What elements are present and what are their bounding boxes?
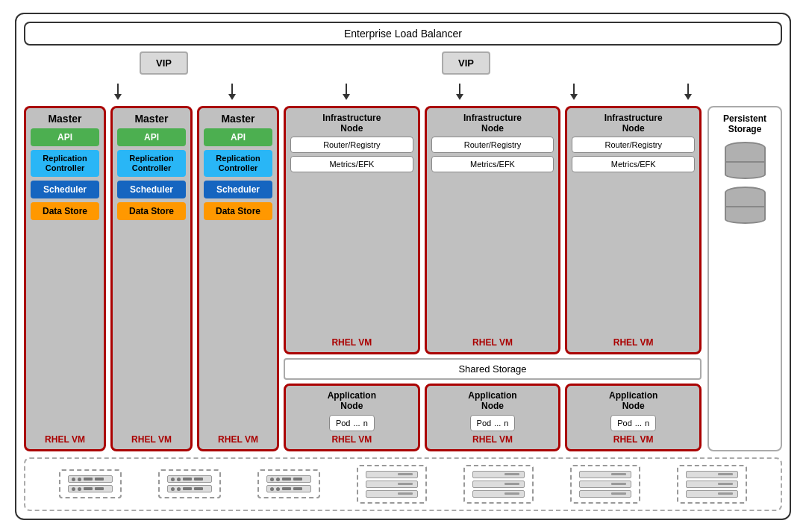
arrow-2	[228, 84, 236, 100]
app1-pod-row: Pod ... n	[329, 415, 375, 431]
master2-rhel: RHEL VM	[131, 434, 172, 445]
master3-title: Master	[221, 113, 254, 125]
app2-n: n	[504, 419, 508, 428]
app-node-2: ApplicationNode Pod ... n RHEL VM	[425, 384, 561, 451]
app-node-3: ApplicationNode Pod ... n RHEL VM	[565, 384, 702, 451]
infra-node-1: InfrastructureNode Router/Registry Metri…	[284, 106, 420, 354]
vip2-box: VIP	[442, 51, 490, 75]
master1-rc: ReplicationController	[31, 150, 99, 177]
persistent-storage: PersistentStorage	[707, 106, 782, 451]
arrow-3	[343, 84, 350, 100]
app2-ellipsis: ...	[494, 419, 501, 428]
master1-datastore: Data Store	[31, 202, 99, 220]
infra1-title: InfrastructureNode	[322, 113, 381, 134]
master3-api: API	[204, 128, 272, 146]
bottom-server-row	[24, 457, 782, 511]
infra2-title: InfrastructureNode	[463, 113, 522, 134]
arrow-5	[570, 84, 578, 100]
infra3-comp2: Metrics/EFK	[572, 156, 695, 172]
top-row: Master API ReplicationController Schedul…	[24, 106, 702, 451]
app-nodes-row: ApplicationNode Pod ... n RHEL VM Applic…	[284, 384, 702, 451]
master-node-2: Master API ReplicationController Schedul…	[110, 106, 193, 451]
infra-node-3: InfrastructureNode Router/Registry Metri…	[565, 106, 702, 354]
master-node-3: Master API ReplicationController Schedul…	[197, 106, 279, 451]
app1-ellipsis: ...	[353, 419, 360, 428]
master1-api: API	[31, 128, 99, 146]
infra-node-2: InfrastructureNode Router/Registry Metri…	[425, 106, 561, 354]
app3-n: n	[645, 419, 649, 428]
infra3-rhel: RHEL VM	[613, 337, 654, 348]
app3-pod-row: Pod ... n	[610, 415, 656, 431]
master1-title: Master	[48, 113, 81, 125]
server-flat-3	[570, 465, 640, 504]
master2-scheduler: Scheduler	[117, 181, 186, 198]
infra-group: InfrastructureNode Router/Registry Metri…	[284, 106, 702, 451]
db-icon-1	[725, 142, 766, 179]
infra2-comp1: Router/Registry	[431, 137, 554, 153]
master3-datastore: Data Store	[204, 202, 272, 220]
elb-label: Enterprise Load Balancer	[344, 28, 462, 40]
app2-title: ApplicationNode	[468, 390, 516, 412]
master2-rc: ReplicationController	[117, 150, 186, 177]
master2-datastore: Data Store	[117, 202, 186, 220]
app3-pod: Pod	[617, 419, 632, 428]
shared-storage-label: Shared Storage	[458, 363, 526, 375]
app1-pod: Pod	[336, 419, 351, 428]
db-body-1	[725, 151, 766, 172]
server-flat-4	[677, 465, 747, 504]
master3-rc: ReplicationController	[204, 150, 272, 177]
infra-nodes-row: InfrastructureNode Router/Registry Metri…	[284, 106, 702, 354]
db-bottom-1	[725, 172, 766, 179]
app1-rhel: RHEL VM	[331, 434, 372, 445]
db-body-2	[725, 195, 766, 216]
infra1-rhel: RHEL VM	[331, 337, 372, 348]
db-top-2	[725, 187, 766, 195]
app1-n: n	[363, 419, 368, 428]
app3-ellipsis: ...	[635, 419, 642, 428]
app-node-1: ApplicationNode Pod ... n RHEL VM	[284, 384, 420, 451]
main-content: Master API ReplicationController Schedul…	[24, 106, 782, 451]
vip1-box: VIP	[140, 51, 188, 75]
nodes-area: Master API ReplicationController Schedul…	[24, 106, 702, 451]
vip1-label: VIP	[156, 57, 172, 69]
server-rack-2	[158, 469, 221, 498]
shared-storage-bar: Shared Storage	[284, 358, 702, 380]
arrow-6	[684, 84, 692, 100]
db-top-1	[725, 142, 766, 151]
master2-api: API	[117, 128, 186, 146]
server-rack-1	[59, 469, 122, 498]
server-flat-2	[463, 465, 534, 504]
server-rack-3	[257, 469, 320, 498]
infra2-comp2: Metrics/EFK	[431, 156, 554, 172]
app2-rhel: RHEL VM	[472, 434, 513, 445]
app3-title: ApplicationNode	[609, 390, 657, 412]
infra3-comp1: Router/Registry	[572, 137, 695, 153]
arrow-4	[456, 84, 463, 100]
infra3-title: InfrastructureNode	[604, 113, 663, 134]
infra1-comp1: Router/Registry	[290, 137, 413, 153]
app1-title: ApplicationNode	[328, 390, 376, 412]
infra1-comp2: Metrics/EFK	[290, 156, 413, 172]
app2-pod: Pod	[477, 419, 492, 428]
master1-rhel: RHEL VM	[45, 434, 85, 445]
infra2-rhel: RHEL VM	[472, 337, 513, 348]
db-icon-2	[725, 187, 766, 224]
master3-scheduler: Scheduler	[204, 181, 272, 198]
master-node-1: Master API ReplicationController Schedul…	[24, 106, 106, 451]
master2-title: Master	[134, 113, 168, 125]
vip2-label: VIP	[458, 57, 474, 69]
server-flat-1	[357, 465, 427, 504]
main-diagram: Enterprise Load Balancer VIP VIP	[15, 13, 791, 520]
app3-rhel: RHEL VM	[613, 434, 654, 445]
arrow-1	[114, 84, 122, 100]
elb-box: Enterprise Load Balancer	[24, 22, 782, 46]
vip-section: VIP VIP	[24, 51, 782, 100]
db-bottom-2	[725, 216, 766, 224]
master3-rhel: RHEL VM	[218, 434, 258, 445]
ps-title: PersistentStorage	[723, 113, 766, 134]
app2-pod-row: Pod ... n	[470, 415, 516, 431]
master1-scheduler: Scheduler	[31, 181, 99, 198]
